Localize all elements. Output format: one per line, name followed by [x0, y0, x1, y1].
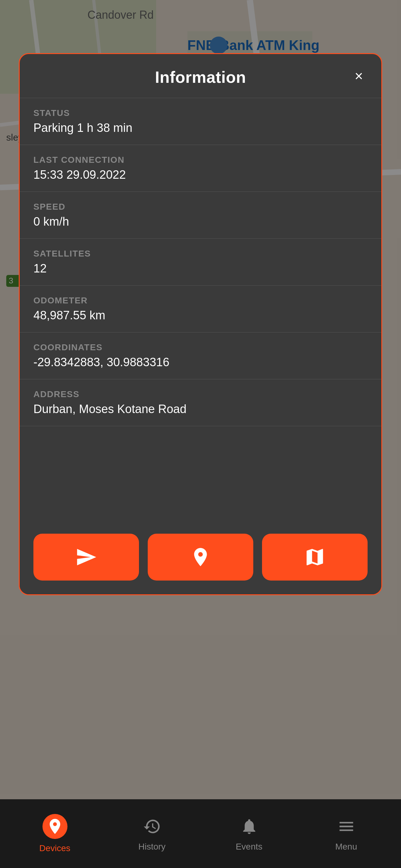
history-map-icon — [304, 546, 326, 568]
empty-space — [20, 426, 381, 520]
history-icon — [141, 815, 163, 837]
info-rows: STATUSParking 1 h 38 minLAST CONNECTION1… — [20, 98, 381, 426]
info-label-2: SPEED — [33, 202, 368, 212]
info-value-2: 0 km/h — [33, 215, 368, 228]
nav-label-events: Events — [236, 842, 263, 852]
navigate-button[interactable] — [33, 534, 139, 581]
info-label-5: COORDINATES — [33, 342, 368, 352]
nav-item-events[interactable]: Events — [201, 815, 298, 852]
nav-label-devices: Devices — [39, 843, 71, 853]
nav-item-devices[interactable]: Devices — [6, 814, 103, 853]
info-row-5: COORDINATES-29.8342883, 30.9883316 — [20, 333, 381, 379]
info-row-0: STATUSParking 1 h 38 min — [20, 98, 381, 145]
modal-title: Information — [155, 68, 246, 87]
info-value-6: Durban, Moses Kotane Road — [33, 402, 368, 416]
modal-container: Information × STATUSParking 1 h 38 minLA… — [19, 53, 382, 595]
info-label-4: ODOMETER — [33, 296, 368, 306]
devices-icon — [42, 814, 67, 839]
modal-header: Information × — [20, 54, 381, 98]
nav-label-menu: Menu — [335, 842, 357, 852]
info-row-2: SPEED0 km/h — [20, 192, 381, 239]
info-label-1: LAST CONNECTION — [33, 155, 368, 165]
info-row-3: SATELLITES12 — [20, 239, 381, 286]
menu-icon — [335, 815, 357, 837]
info-label-3: SATELLITES — [33, 249, 368, 259]
info-value-3: 12 — [33, 262, 368, 275]
info-value-0: Parking 1 h 38 min — [33, 121, 368, 135]
bottom-navigation: Devices History Events Menu — [0, 799, 401, 868]
location-button[interactable] — [148, 534, 253, 581]
info-label-6: ADDRESS — [33, 389, 368, 399]
events-icon — [238, 815, 260, 837]
info-row-4: ODOMETER48,987.55 km — [20, 286, 381, 333]
info-value-1: 15:33 29.09.2022 — [33, 168, 368, 182]
close-button[interactable]: × — [350, 67, 368, 85]
location-icon — [190, 546, 211, 568]
info-value-5: -29.8342883, 30.9883316 — [33, 355, 368, 369]
info-label-0: STATUS — [33, 108, 368, 118]
info-row-6: ADDRESSDurban, Moses Kotane Road — [20, 379, 381, 426]
action-buttons-row — [20, 520, 381, 594]
history-map-button[interactable] — [262, 534, 368, 581]
close-icon: × — [355, 69, 363, 83]
nav-item-menu[interactable]: Menu — [298, 815, 395, 852]
nav-item-history[interactable]: History — [103, 815, 201, 852]
info-row-1: LAST CONNECTION15:33 29.09.2022 — [20, 145, 381, 192]
navigate-icon — [75, 546, 97, 568]
info-value-4: 48,987.55 km — [33, 309, 368, 322]
nav-label-history: History — [138, 842, 166, 852]
